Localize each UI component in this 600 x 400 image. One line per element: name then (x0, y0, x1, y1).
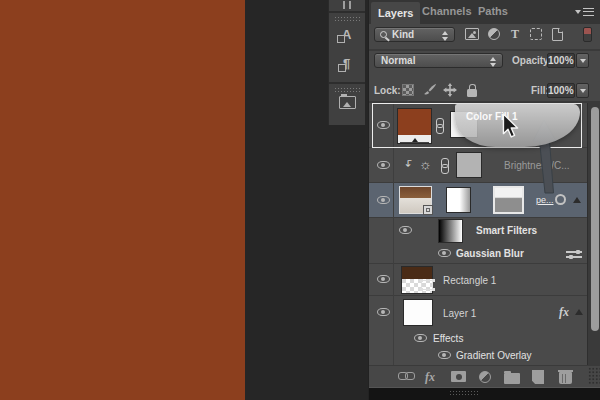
layer-row-rectangle-1[interactable]: Rectangle 1 (369, 264, 587, 296)
drag-ghost-label: Color Fill 1 (466, 111, 518, 122)
tab-paths[interactable]: Paths (471, 0, 515, 22)
visibility-eye-icon[interactable] (377, 161, 390, 169)
visibility-eye-icon[interactable] (414, 334, 427, 342)
photoshop-workspace: A ¶ Layers Channels Paths Kind T Nor (0, 0, 600, 400)
adjustment-layers-filter-icon[interactable] (488, 28, 500, 40)
new-layer-icon[interactable] (532, 370, 544, 384)
visibility-eye-icon[interactable] (377, 308, 390, 316)
gradient-overlay-row[interactable]: Gradient Overlay (369, 347, 587, 365)
tab-channels[interactable]: Channels (415, 0, 479, 22)
panel-drag-handle[interactable] (449, 390, 479, 395)
filter-name[interactable]: Gaussian Blur (456, 248, 524, 259)
pixel-layers-filter-icon[interactable] (465, 28, 479, 40)
tab-layers[interactable]: Layers (371, 2, 420, 24)
collapse-smart-filters-icon[interactable] (573, 197, 581, 203)
blend-mode-value: Normal (381, 55, 415, 67)
filter-kind-select[interactable]: Kind (374, 27, 455, 42)
lock-all-icon[interactable] (467, 89, 477, 97)
scrollbar-track[interactable] (587, 103, 600, 365)
dock-divider (329, 82, 365, 84)
search-icon (380, 31, 387, 38)
layer-mask-thumbnail[interactable] (446, 187, 471, 213)
new-adjustment-layer-icon[interactable] (479, 371, 491, 383)
layer-name[interactable]: Brightness/C... (504, 160, 570, 171)
dock-grip[interactable] (334, 16, 360, 21)
layer-row-brightness-contrast[interactable]: ↴ ☼ Brightness/C... (369, 148, 587, 183)
opacity-dropdown-button[interactable] (576, 53, 589, 68)
fill-dropdown-button[interactable] (576, 83, 589, 98)
dock-grip[interactable] (334, 87, 360, 92)
panel-dock: A ¶ (328, 0, 365, 125)
lock-pixels-brush-icon[interactable] (423, 83, 437, 97)
clipping-mask-arrow-icon: ↴ (405, 157, 414, 170)
character-styles-panel-icon[interactable]: A (342, 27, 351, 42)
smart-filter-badge-icon[interactable] (555, 194, 566, 205)
panel-resize-grip[interactable] (588, 367, 600, 384)
brightness-adjustment-icon[interactable]: ☼ (419, 156, 432, 172)
add-layer-mask-icon[interactable] (451, 371, 466, 382)
fill-value[interactable]: 100% (547, 83, 575, 98)
panel-dock-icon-partial[interactable] (343, 1, 351, 9)
layer-name[interactable]: pe... (536, 195, 554, 205)
link-layers-icon[interactable] (398, 371, 414, 380)
visibility-eye-icon[interactable] (377, 196, 390, 204)
smart-object-filter-icon[interactable] (552, 28, 563, 41)
paragraph-styles-panel-icon[interactable]: ¶ (343, 56, 350, 71)
lock-transparency-icon[interactable] (402, 84, 414, 96)
lock-position-move-icon[interactable] (443, 83, 457, 97)
effect-name[interactable]: Gradient Overlay (456, 350, 532, 361)
document-canvas[interactable] (0, 0, 245, 400)
layers-bottom-bar: fx (369, 365, 600, 387)
scrollbar-thumb[interactable] (591, 107, 599, 331)
collapse-effects-icon[interactable] (575, 309, 583, 315)
layer-row-layer-1[interactable]: Layer 1 fx (369, 296, 587, 330)
visibility-eye-icon[interactable] (438, 249, 451, 257)
panel-menu-arrow-icon[interactable] (575, 10, 581, 14)
dock-divider (329, 11, 365, 13)
layer-filtering-toggle[interactable] (583, 27, 592, 42)
layer-name[interactable]: Rectangle 1 (443, 275, 496, 286)
opacity-value[interactable]: 100% (547, 53, 575, 68)
delete-layer-icon[interactable] (559, 372, 572, 384)
smart-object-thumbnail[interactable] (399, 186, 432, 214)
tab-paths-label: Paths (478, 5, 508, 17)
vector-mask-thumbnail-selected[interactable] (493, 186, 524, 214)
filter-blending-options-icon[interactable] (566, 249, 582, 259)
libraries-panel-icon[interactable] (339, 96, 356, 109)
visibility-eye-icon[interactable] (438, 351, 451, 359)
effects-row[interactable]: Effects (369, 330, 587, 347)
layer-name[interactable]: Layer 1 (443, 308, 476, 319)
effects-label[interactable]: Effects (433, 333, 463, 344)
adjustment-mask-thumbnail[interactable] (456, 152, 482, 178)
smart-object-badge-icon (423, 205, 433, 215)
tab-layers-label: Layers (378, 7, 413, 19)
layer-style-fx-icon[interactable]: fx (425, 370, 435, 385)
new-group-icon[interactable] (504, 373, 520, 384)
link-mask-chain-icon (440, 158, 449, 173)
panel-tab-bar: Layers Channels Paths (369, 0, 600, 24)
lock-label: Lock: (374, 85, 401, 96)
layer-effects-fx-icon[interactable]: fx (559, 305, 569, 320)
divider (369, 49, 600, 51)
filter-mask-thumbnail[interactable] (438, 219, 463, 243)
layers-panel: Layers Channels Paths Kind T Normal Opac… (368, 0, 600, 400)
shape-layers-filter-icon[interactable] (530, 28, 542, 40)
filter-kind-value: Kind (392, 29, 414, 41)
smart-filters-label[interactable]: Smart Filters (476, 225, 537, 236)
panel-menu-icon[interactable] (583, 8, 594, 16)
blend-mode-select[interactable]: Normal (374, 53, 503, 68)
panel-bottom-strip (369, 387, 600, 400)
tab-channels-label: Channels (422, 5, 472, 17)
gaussian-blur-row[interactable]: Gaussian Blur (369, 244, 587, 264)
layer-row-smart-object[interactable]: pe... (369, 183, 587, 218)
vector-path-badge-icon (421, 280, 433, 290)
visibility-eye-icon[interactable] (377, 275, 390, 283)
pixel-layer-thumbnail[interactable] (403, 299, 433, 326)
opacity-label: Opacity: (512, 55, 552, 66)
type-layers-filter-icon[interactable]: T (511, 28, 519, 40)
visibility-eye-icon[interactable] (399, 226, 412, 234)
smart-filters-row[interactable]: Smart Filters (369, 218, 587, 244)
